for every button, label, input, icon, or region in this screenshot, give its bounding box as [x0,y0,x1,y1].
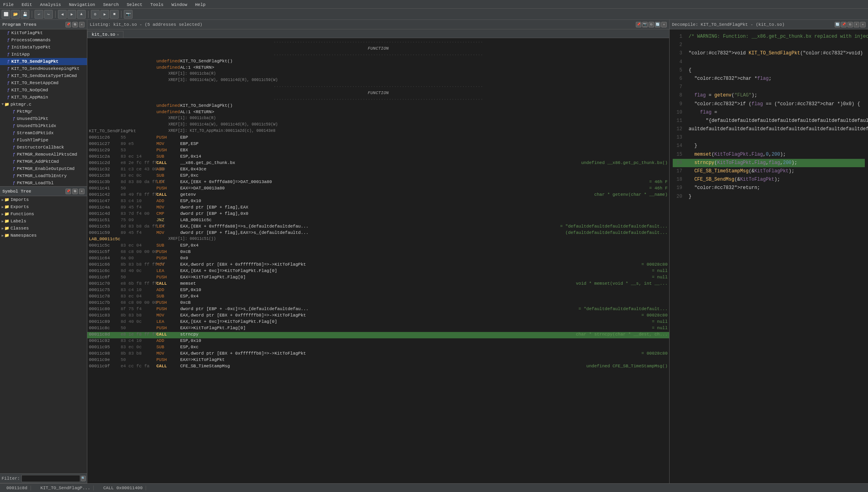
tree-item[interactable]: ƒKIT_TO_SendFlagPkt [0,58,87,65]
code-line[interactable]: 00011c8de8 1e f8 ff ffCALLstrncpy char *… [87,332,669,338]
tb-forward[interactable]: ▶ [67,10,76,19]
program-tree-container[interactable]: ƒKitToFlagPktƒProcessCommandsƒInitDataTy… [0,29,87,186]
code-line[interactable]: ········································… [87,52,669,59]
code-line[interactable]: 00011c9583 ec 0cSUBESP,0xc [87,345,669,351]
tree-item[interactable]: ƒProcessCommands [0,37,87,44]
code-line[interactable]: ········································… [87,84,669,91]
tb-undo[interactable]: ↩ [35,10,43,19]
tb-save[interactable]: 💾 [21,10,29,19]
st-close-icon[interactable]: ✕ [79,189,85,194]
tb-redo[interactable]: ↪ [44,10,53,19]
listing-tab-close[interactable]: ✕ [117,33,119,37]
code-line[interactable]: 00011c2655PUSHEBP [87,135,669,141]
symbol-item[interactable]: ▶ 📁Imports [0,196,87,203]
listing-snapshot[interactable]: 📷 [642,22,648,27]
code-line[interactable]: undefinedKIT_TO_SendFlagPkt() [87,59,669,65]
code-line[interactable]: XREF[1]: 00011cba(R) [87,71,669,78]
tree-item[interactable]: ƒPktMgr [0,108,87,115]
new-window-icon[interactable]: ⧉ [72,22,78,27]
symbol-item[interactable]: ▶ 📁Classes [0,225,87,232]
tree-item[interactable]: ƒKIT_TO_SendHousekeepingPkt [0,65,87,72]
code-line[interactable]: 00011c4783 c4 10ADDESP,0x10 [87,199,669,205]
code-line[interactable]: 00011c9283 c4 10ADDESP,0x10 [87,338,669,345]
code-line[interactable]: 00011c2789 e5MOVEBP,ESP [87,141,669,148]
tb-new[interactable]: ⬜ [2,10,10,19]
tree-item[interactable]: ƒDestructorCallback [0,144,87,151]
code-line[interactable]: 00011c2953PUSHEBX [87,148,669,154]
tb-analyze[interactable]: ⚙ [91,10,100,19]
tree-item[interactable]: ƒKIT_TO_ResetAppCmd [0,79,87,87]
code-line[interactable]: 00011c6f50PUSHEAX=>KitToFlagPkt.Flag[0] … [87,275,669,281]
listing-close[interactable]: ✕ [661,22,667,27]
menu-analysis[interactable]: Analysis [38,2,63,7]
code-line[interactable]: FUNCTION [87,91,669,97]
code-line[interactable]: 00011c70e8 6b f8 ff ffCALLmemset void * … [87,281,669,287]
code-line[interactable]: 00011c3b8d 83 80 da ff ffLEAEAX,[EBX + 0… [87,179,669,186]
symbol-item[interactable]: ▶ 📁Exports [0,203,87,210]
st-new-icon[interactable]: ⧉ [72,189,78,194]
tree-item[interactable]: ƒStreamIdPktidx [0,129,87,137]
code-line[interactable]: ········································… [87,97,669,103]
code-line[interactable]: 00011c9fe4 cc fc faCALLCFE_SB_TimeStampM… [87,364,669,370]
symbol-item[interactable]: ▶ 📁Labels [0,218,87,225]
code-line[interactable]: 00011c7b68 c8 00 00 00PUSH0xcB [87,300,669,307]
code-line[interactable]: 00011c6c8d 40 0cLEAEAX,[EAX + 0xc]=>KitT… [87,268,669,275]
symbol-item[interactable]: ▶ 📁Functions [0,210,87,218]
tree-item[interactable]: ƒKIT_TO_SendDataTypeTlmCmd [0,72,87,79]
tree-item[interactable]: ƒInitDataTypePkt [0,44,87,51]
pin-icon[interactable]: 📌 [65,22,71,27]
code-line[interactable]: 00011c3281 c3 ce 43 00 00ADDEBX,0x43ce [87,167,669,173]
code-line[interactable]: 00011c538d 83 b8 da ff ffLEAEAX,[EBX + 0… [87,224,669,230]
tree-item[interactable]: ƒInitApp [0,51,87,58]
menu-edit[interactable]: Edit [20,2,33,7]
code-line[interactable]: FUNCTION [87,46,669,52]
code-area[interactable]: ▶ ······································… [87,38,669,483]
tree-item[interactable]: ƒPKTMGR_LoadTblEntry [0,172,87,179]
code-line[interactable]: 00011c5c83 ec 04SUBESP,0x4 [87,243,669,249]
dc-pin[interactable]: 📌 [841,22,847,27]
code-line[interactable]: 00011c668b 83 b8 ff ff ffMOVEAX,dword pt… [87,262,669,268]
tree-item[interactable]: ƒPKTMGR_LoadTbl [0,179,87,186]
code-line[interactable]: XREF[3]: 00011c4a(W), 00011c4d(R), 00011… [87,122,669,129]
tree-item[interactable]: ƒPKTMGR_EnableOutputCmd [0,165,87,172]
dc-refresh[interactable]: 🔄 [835,22,840,27]
filter-search-icon[interactable]: 🔍 [81,476,86,481]
code-line[interactable]: 00011c5175 09JNZLAB_00011c5c [87,218,669,224]
menu-window[interactable]: Window [170,2,189,7]
code-line[interactable]: 00011c646a 00PUSH0x0 [87,256,669,262]
menu-help[interactable]: Help [193,2,207,7]
code-line[interactable]: 00011c3883 ec 0cSUBESP,0xc [87,173,669,179]
tree-item[interactable]: ƒKIT_TO_AppMain [0,94,87,101]
code-line[interactable]: 00011c4a89 45 f4MOVdword ptr [EBP + flag… [87,205,669,211]
listing-pin[interactable]: 📌 [636,22,641,27]
dc-new[interactable]: ⧉ [847,22,853,27]
code-line[interactable]: undefinedAL:1 <RETURN> [87,110,669,116]
menu-search[interactable]: Search [102,2,121,7]
code-line[interactable]: 00011c42e8 49 f8 ff ffCALLgetenv char * … [87,192,669,199]
symbol-tree-container[interactable]: ▶ 📁Imports▶ 📁Exports▶ 📁Functions▶ 📁Label… [0,196,87,473]
tree-item[interactable]: ƒUnusedTblPktidx [0,122,87,129]
menu-file[interactable]: File [2,2,15,7]
tree-item[interactable]: ƒPKTMGR_RemoveAllPktsCmd [0,151,87,158]
code-line[interactable]: 00011c4d83 7d f4 00CMPdword ptr [EBP + f… [87,211,669,218]
code-line[interactable]: ········································… [87,40,669,46]
code-line[interactable]: 00011c898d 40 0cLEAEAX,[EAX + 0xc]=>KitT… [87,319,669,326]
code-line[interactable]: 00011c838b 83 b8MOVEAX,dword ptr [EBX + … [87,313,669,319]
code-line[interactable]: 00011c2a83 ec 14SUBESP,0x14 [87,154,669,160]
code-line[interactable]: undefinedAL:1 <RETURN> [87,65,669,71]
code-line[interactable]: 00011c808f 75 f4PUSHdword ptr [EBP + -0x… [87,307,669,313]
tb-stop[interactable]: ■ [110,10,119,19]
code-line[interactable]: LAB_00011c5cXREF[1]: 00011c51(j) [87,237,669,243]
dc-close[interactable]: ✕ [860,22,866,27]
code-line[interactable]: KIT_TO_SendFlagPktXREF[2]: KIT_TO_AppMai… [87,129,669,135]
decompile-area[interactable]: 1/* WARNING: Function: __x86.get_pc_thun… [670,29,868,483]
tb-back[interactable]: ◀ [58,10,67,19]
menu-select[interactable]: Select [125,2,144,7]
code-line[interactable]: 00011c2de8 2e fc ff ffCALL__x86.get_pc_t… [87,160,669,167]
dc-export[interactable]: ⬆ [854,22,859,27]
filter-input[interactable] [21,475,80,482]
tb-run[interactable]: ▶ [100,10,109,19]
code-line[interactable]: 00011c4150PUSHEAX=>DAT_00013a80 = 46h F [87,186,669,192]
tb-screenshot[interactable]: 📷 [124,10,133,19]
code-line[interactable]: 00011c7583 c4 10ADDESP,0x10 [87,287,669,294]
